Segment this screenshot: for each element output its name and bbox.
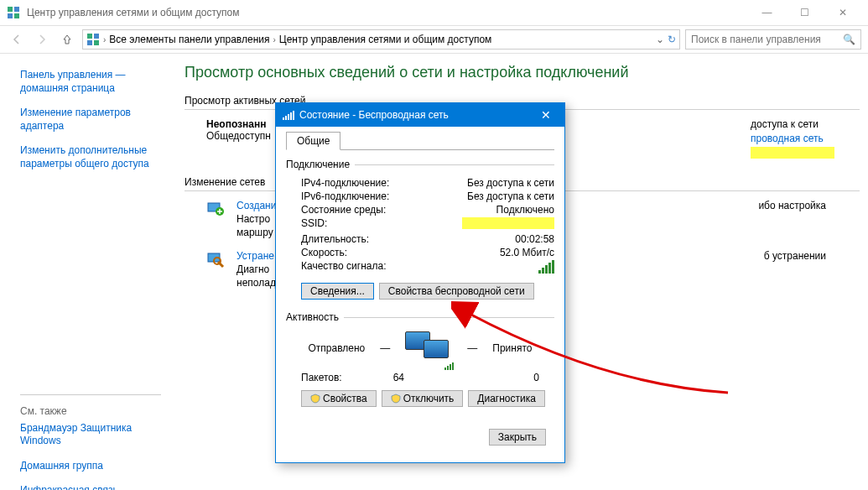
shield-icon (391, 394, 401, 404)
action-create-desc: Настро (236, 213, 276, 225)
speed-value: 52.0 Мбит/с (445, 247, 554, 258)
dropdown-icon[interactable]: ⌄ (656, 34, 664, 45)
action-trouble-tail: б устранении (764, 250, 826, 289)
group-connection: Подключение IPv4-подключение:Без доступа… (286, 159, 554, 303)
ssid-redacted (462, 217, 554, 229)
app-icon (7, 6, 20, 19)
action-create-connection[interactable]: Создани (236, 200, 276, 211)
disable-button[interactable]: Отключить (382, 390, 464, 407)
dialog-tabs: Общие (286, 132, 554, 150)
up-button[interactable] (57, 29, 77, 50)
search-icon[interactable]: 🔍 (843, 34, 855, 45)
minimize-button[interactable]: — (748, 0, 786, 25)
see-also-label: См. также (20, 405, 161, 417)
packets-sent: 64 (342, 372, 455, 383)
control-panel-icon (86, 33, 100, 46)
ipv4-label: IPv4-подключение: (301, 177, 445, 189)
ipv6-value: Без доступа к сети (445, 190, 554, 202)
duration-value: 00:02:58 (445, 233, 554, 245)
svg-rect-1 (14, 7, 19, 12)
signal-icon (283, 111, 294, 120)
shield-icon (310, 394, 320, 404)
breadcrumb-seg2[interactable]: Центр управления сетями и общим доступом (279, 34, 492, 45)
network-category: Общедоступн (206, 130, 271, 142)
media-label: Состояние среды: (301, 204, 445, 216)
search-box[interactable]: 🔍 (685, 29, 861, 50)
new-connection-icon (206, 200, 230, 238)
action-create-tail: ибо настройка (758, 200, 826, 238)
window-titlebar: Центр управления сетями и общим доступом… (0, 0, 868, 25)
sidebar-link-sharing[interactable]: Изменить дополнительные параметры общего… (20, 144, 161, 170)
close-dialog-button[interactable]: Закрыть (489, 429, 546, 446)
breadcrumb-seg1[interactable]: Все элементы панели управления (109, 34, 269, 45)
wireless-properties-button[interactable]: Свойства беспроводной сети (379, 283, 534, 300)
activity-dash: — (467, 342, 477, 354)
ipv6-label: IPv6-подключение: (301, 190, 445, 202)
svg-rect-4 (87, 34, 92, 39)
svg-rect-3 (14, 13, 19, 18)
dialog-title: Состояние - Беспроводная сеть (299, 109, 534, 121)
recv-label: Принято (492, 342, 532, 354)
packets-label: Пакетов: (301, 372, 342, 383)
svg-rect-6 (87, 40, 92, 45)
group-activity: Активность Отправлено — — Принято Пакето… (286, 311, 554, 415)
breadcrumb[interactable]: › Все элементы панели управления › Центр… (82, 29, 680, 50)
window-title: Центр управления сетями и общим доступом (27, 7, 748, 18)
chevron-right-icon: › (103, 35, 106, 44)
chevron-right-icon: › (273, 35, 275, 44)
network-connection-link[interactable]: проводная сеть (751, 133, 824, 144)
sidebar-link-firewall[interactable]: Брандмауэр Защитника Windows (20, 422, 161, 448)
status-dialog: Состояние - Беспроводная сеть ✕ Общие По… (275, 102, 565, 463)
ipv4-value: Без доступа к сети (445, 177, 554, 189)
dialog-close-button[interactable]: ✕ (534, 108, 558, 122)
activity-dash: — (380, 342, 390, 354)
search-input[interactable] (691, 34, 843, 45)
details-button[interactable]: Сведения... (301, 283, 374, 300)
sidebar-link-infrared[interactable]: Инфракрасная связь (20, 484, 161, 490)
svg-rect-7 (94, 40, 99, 45)
tab-general[interactable]: Общие (286, 132, 340, 150)
sidebar-link-adapter[interactable]: Изменение параметров адаптера (20, 107, 161, 133)
toolbar: › Все элементы панели управления › Центр… (0, 25, 868, 54)
network-name: Неопознанн (206, 118, 271, 130)
page-title: Просмотр основных сведений о сети и наст… (185, 64, 860, 81)
media-value: Подключено (445, 204, 554, 216)
svg-rect-5 (94, 34, 99, 39)
monitors-icon (405, 331, 452, 365)
packets-recv: 0 (489, 372, 539, 383)
duration-label: Длительность: (301, 233, 445, 245)
speed-label: Скорость: (301, 247, 445, 258)
dialog-titlebar[interactable]: Состояние - Беспроводная сеть ✕ (276, 103, 564, 127)
refresh-icon[interactable]: ↻ (668, 34, 676, 45)
properties-button[interactable]: Свойства (301, 390, 377, 407)
svg-rect-0 (8, 7, 13, 12)
svg-rect-2 (8, 13, 13, 18)
back-button[interactable] (7, 29, 27, 50)
troubleshoot-icon (206, 250, 230, 289)
maximize-button[interactable]: ☐ (786, 0, 824, 25)
redacted-highlight (751, 147, 834, 159)
signal-label: Качество сигнала: (301, 260, 445, 276)
diagnose-button[interactable]: Диагностика (468, 390, 545, 407)
action-troubleshoot[interactable]: Устране (236, 250, 274, 262)
sidebar-link-homegroup[interactable]: Домашняя группа (20, 460, 161, 473)
ssid-label: SSID: (301, 217, 445, 232)
close-button[interactable]: ✕ (824, 0, 861, 25)
sidebar-link-home[interactable]: Панель управления — домашняя страница (20, 69, 161, 95)
signal-bars-icon (538, 260, 554, 274)
forward-button[interactable] (32, 29, 52, 50)
network-access-line: доступа к сети (751, 118, 834, 130)
sidebar: Панель управления — домашняя страница Из… (0, 54, 176, 490)
sent-label: Отправлено (309, 342, 366, 354)
